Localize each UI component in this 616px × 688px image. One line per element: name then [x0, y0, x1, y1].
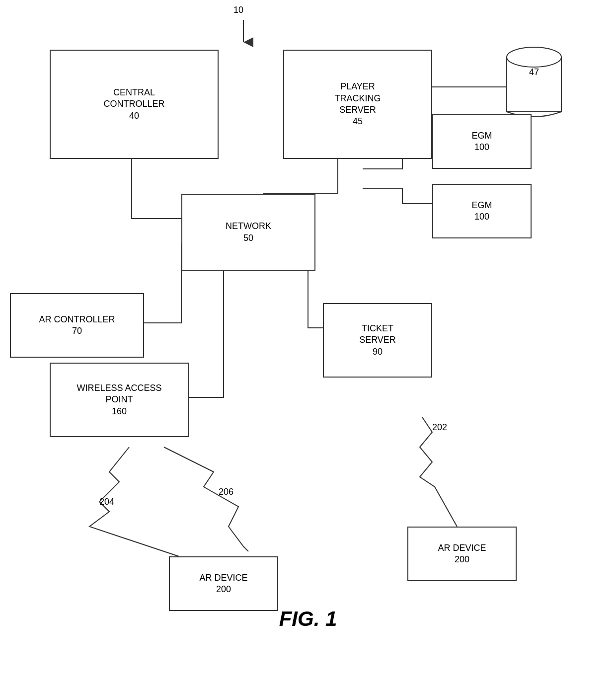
ref-206: 206	[219, 487, 233, 497]
egm1-line1: EGM	[471, 130, 492, 142]
ref-204: 204	[99, 497, 114, 507]
db-label: 47	[502, 67, 566, 77]
ref-202: 202	[432, 422, 447, 433]
database-cylinder: 47	[502, 40, 566, 121]
ref-10: 10	[233, 5, 243, 15]
egm2-line2: 100	[474, 211, 489, 223]
wireless-ap-line2: POINT	[105, 394, 133, 405]
central-controller-line2: CONTROLLER	[103, 98, 164, 110]
ticket-server-line3: 90	[373, 346, 383, 358]
egm2-box: EGM 100	[432, 184, 532, 238]
central-controller-box: CENTRAL CONTROLLER 40	[50, 50, 219, 159]
ar-device1-line1: AR DEVICE	[199, 572, 247, 584]
player-tracking-box: PLAYER TRACKING SERVER 45	[283, 50, 432, 159]
egm2-line1: EGM	[471, 200, 492, 211]
ar-controller-line1: AR CONTROLLER	[39, 314, 115, 325]
ticket-server-line2: SERVER	[359, 334, 396, 346]
player-tracking-line4: 45	[353, 116, 363, 127]
ar-device2-line2: 200	[455, 554, 469, 565]
player-tracking-line3: SERVER	[339, 104, 376, 116]
ar-device2-line1: AR DEVICE	[438, 542, 486, 554]
wireless-ap-box: WIRELESS ACCESS POINT 160	[50, 363, 189, 437]
player-tracking-line2: TRACKING	[334, 93, 381, 104]
central-controller-line3: 40	[129, 110, 139, 122]
egm1-box: EGM 100	[432, 114, 532, 169]
figure-label: FIG. 1	[279, 607, 337, 631]
ar-controller-box: AR CONTROLLER 70	[10, 293, 144, 358]
egm1-line2: 100	[474, 142, 489, 153]
network-line2: 50	[243, 232, 253, 244]
ticket-server-line1: TICKET	[362, 323, 393, 334]
ticket-server-box: TICKET SERVER 90	[323, 303, 432, 378]
svg-point-5	[507, 47, 561, 67]
ar-controller-line2: 70	[72, 325, 82, 337]
player-tracking-line1: PLAYER	[340, 81, 375, 92]
ar-device1-line2: 200	[216, 584, 231, 595]
ar-device1-box: AR DEVICE 200	[169, 556, 278, 611]
diagram: 10 CENTRAL CONTROLLER 40 PLAYER TRACKING…	[0, 0, 616, 646]
wireless-ap-line1: WIRELESS ACCESS	[77, 382, 161, 394]
cylinder-svg	[502, 40, 566, 119]
ar-device2-box: AR DEVICE 200	[407, 527, 517, 581]
network-line1: NETWORK	[226, 221, 271, 232]
central-controller-line1: CENTRAL	[113, 87, 155, 98]
wireless-ap-line3: 160	[112, 406, 127, 417]
network-box: NETWORK 50	[181, 194, 315, 271]
